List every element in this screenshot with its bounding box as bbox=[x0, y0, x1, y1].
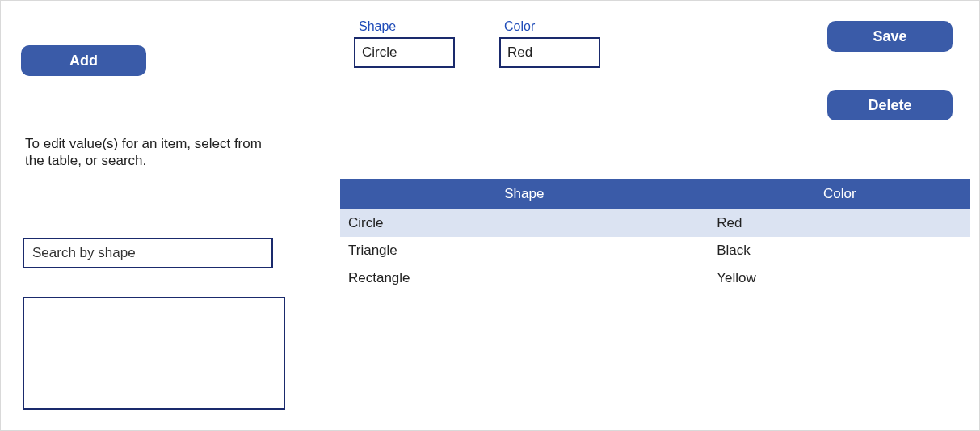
cell-shape: Triangle bbox=[340, 237, 709, 264]
cell-shape: Circle bbox=[340, 209, 709, 237]
cell-color: Black bbox=[709, 237, 970, 264]
help-text: To edit value(s) for an item, select fro… bbox=[25, 135, 267, 170]
color-field-group: Color bbox=[499, 19, 600, 68]
shape-field-group: Shape bbox=[354, 19, 455, 68]
search-input[interactable] bbox=[23, 238, 273, 268]
table-header-row: Shape Color bbox=[340, 179, 970, 209]
table-row[interactable]: Rectangle Yellow bbox=[340, 264, 970, 292]
color-input[interactable] bbox=[499, 37, 600, 68]
search-results-box[interactable] bbox=[23, 297, 285, 410]
app-frame: Add Save Delete Shape Color To edit valu… bbox=[0, 0, 980, 431]
table-row[interactable]: Circle Red bbox=[340, 209, 970, 237]
color-label: Color bbox=[499, 19, 600, 34]
shape-label: Shape bbox=[354, 19, 455, 34]
th-shape: Shape bbox=[340, 179, 709, 209]
shape-input[interactable] bbox=[354, 37, 455, 68]
cell-shape: Rectangle bbox=[340, 264, 709, 292]
save-button[interactable]: Save bbox=[827, 21, 953, 52]
shapes-table: Shape Color Circle Red Triangle Black Re… bbox=[340, 179, 970, 292]
cell-color: Yellow bbox=[709, 264, 970, 292]
table-row[interactable]: Triangle Black bbox=[340, 237, 970, 264]
delete-button[interactable]: Delete bbox=[827, 90, 953, 120]
cell-color: Red bbox=[709, 209, 970, 237]
add-button[interactable]: Add bbox=[21, 45, 146, 76]
th-color: Color bbox=[709, 179, 970, 209]
